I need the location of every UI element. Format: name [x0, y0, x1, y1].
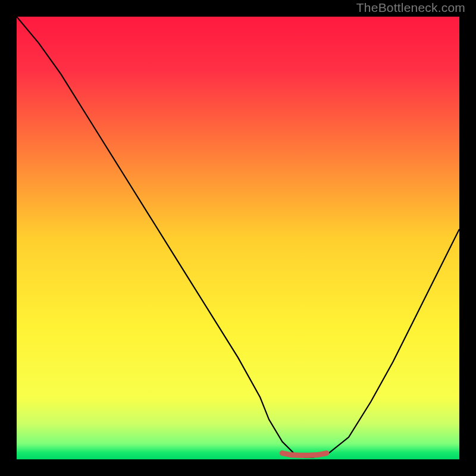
plot-area: [17, 17, 459, 459]
chart-frame: [8, 8, 468, 468]
chart-svg: [17, 17, 459, 459]
gradient-background: [17, 17, 459, 459]
watermark-text: TheBottleneck.com: [356, 1, 465, 15]
optimal-band: [282, 453, 326, 456]
